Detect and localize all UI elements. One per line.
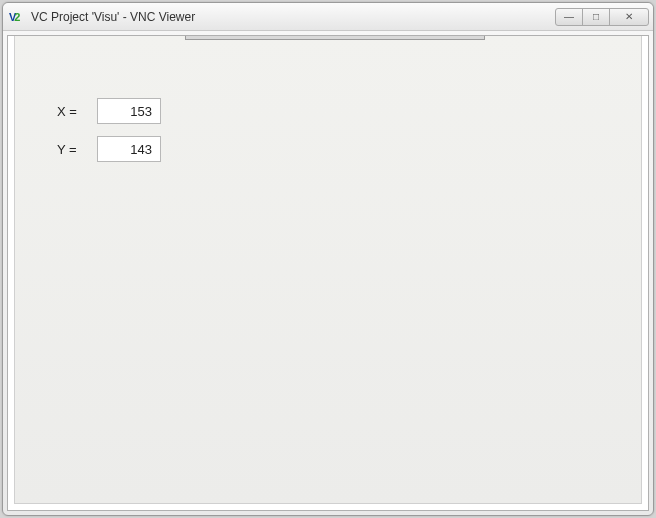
window-title: VC Project 'Visu' - VNC Viewer xyxy=(31,10,555,24)
x-input[interactable] xyxy=(97,98,161,124)
window-frame: V2 VC Project 'Visu' - VNC Viewer — □ ✕ … xyxy=(2,2,654,516)
y-label: Y = xyxy=(57,142,97,157)
close-button[interactable]: ✕ xyxy=(609,8,649,26)
client-area: X = Y = xyxy=(7,35,649,511)
field-row-y: Y = xyxy=(57,136,161,162)
minimize-button[interactable]: — xyxy=(555,8,583,26)
titlebar[interactable]: V2 VC Project 'Visu' - VNC Viewer — □ ✕ xyxy=(3,3,653,31)
maximize-button[interactable]: □ xyxy=(582,8,610,26)
y-input[interactable] xyxy=(97,136,161,162)
remote-top-edge xyxy=(185,36,485,40)
app-icon: V2 xyxy=(9,9,25,25)
window-controls: — □ ✕ xyxy=(555,8,649,26)
vnc-canvas[interactable]: X = Y = xyxy=(14,36,642,504)
x-label: X = xyxy=(57,104,97,119)
field-row-x: X = xyxy=(57,98,161,124)
